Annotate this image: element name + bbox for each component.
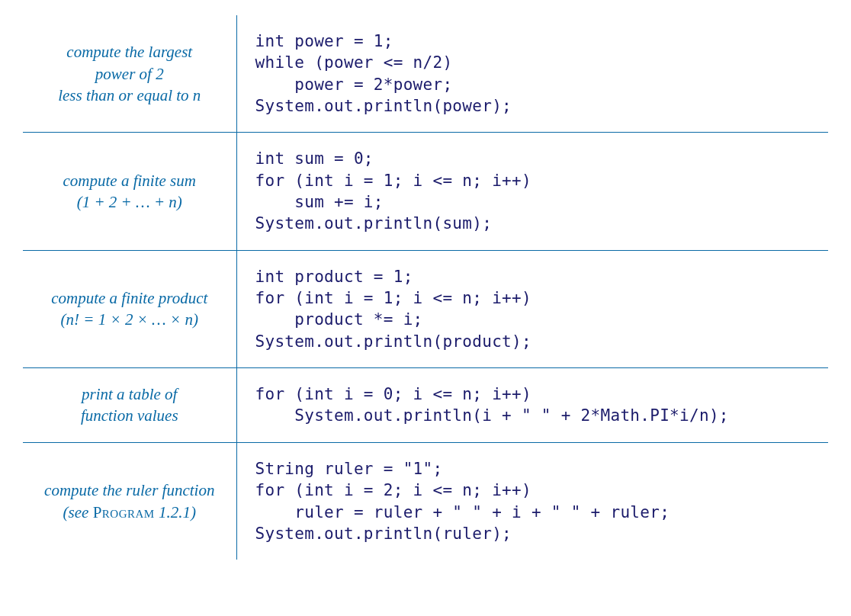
description-cell: compute a finite product (n! = 1 × 2 × …… — [23, 250, 236, 367]
table-row: print a table of function values for (in… — [23, 368, 828, 443]
desc-line: (see Program 1.2.1) — [34, 502, 226, 523]
code-examples-table: compute the largest power of 2 less than… — [23, 15, 828, 560]
desc-line: (1 + 2 + … + n) — [34, 191, 226, 213]
code-cell: String ruler = "1"; for (int i = 2; i <=… — [236, 442, 828, 560]
desc-line: compute the ruler function — [34, 480, 226, 501]
code-cell: int sum = 0; for (int i = 1; i <= n; i++… — [236, 133, 828, 250]
description-cell: compute a finite sum (1 + 2 + … + n) — [23, 133, 236, 250]
description-cell: compute the largest power of 2 less than… — [23, 15, 236, 133]
desc-line: (n! = 1 × 2 × … × n) — [34, 309, 226, 330]
desc-line: print a table of — [34, 383, 226, 405]
desc-line: less than or equal to n — [34, 85, 226, 106]
description-cell: compute the ruler function (see Program … — [23, 442, 236, 560]
desc-line: compute a finite product — [34, 287, 226, 309]
desc-prefix: (see — [63, 503, 93, 521]
code-cell: int power = 1; while (power <= n/2) powe… — [236, 15, 828, 133]
description-cell: print a table of function values — [23, 368, 236, 443]
program-ref: Program — [93, 503, 155, 521]
table-row: compute the largest power of 2 less than… — [23, 15, 828, 133]
code-cell: for (int i = 0; i <= n; i++) System.out.… — [236, 368, 828, 443]
code-cell: int product = 1; for (int i = 1; i <= n;… — [236, 250, 828, 367]
table-row: compute a finite sum (1 + 2 + … + n) int… — [23, 133, 828, 250]
desc-suffix: 1.2.1) — [155, 503, 196, 521]
desc-line: compute the largest — [34, 41, 226, 63]
table-row: compute the ruler function (see Program … — [23, 442, 828, 560]
desc-line: compute a finite sum — [34, 170, 226, 191]
table-row: compute a finite product (n! = 1 × 2 × …… — [23, 250, 828, 367]
desc-line: power of 2 — [34, 63, 226, 85]
desc-line: function values — [34, 405, 226, 426]
